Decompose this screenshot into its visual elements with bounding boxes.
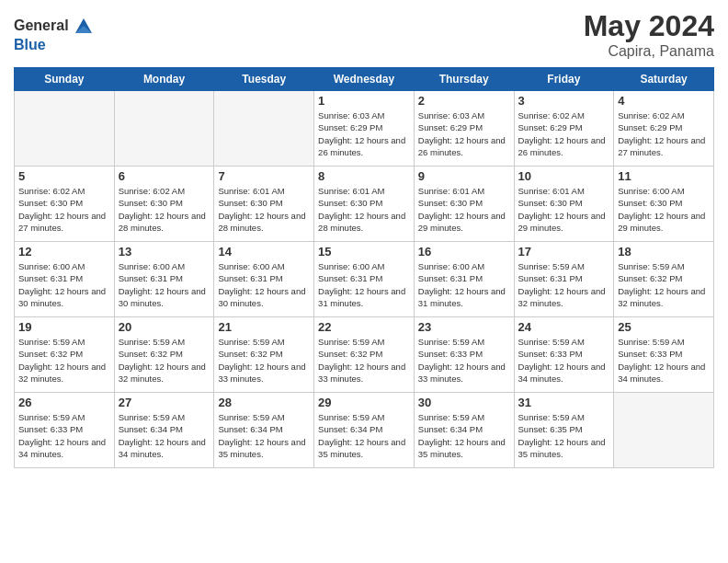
day-info: Sunrise: 6:01 AMSunset: 6:30 PMDaylight:… [518,185,610,234]
day-info: Sunrise: 5:59 AMSunset: 6:35 PMDaylight:… [518,411,610,460]
calendar-header-thursday: Thursday [414,68,514,91]
calendar-header-sunday: Sunday [15,68,115,91]
month-year: May 2024 [584,9,714,43]
day-info: Sunrise: 5:59 AMSunset: 6:33 PMDaylight:… [518,336,610,385]
calendar-cell: 8Sunrise: 6:01 AMSunset: 6:30 PMDaylight… [314,167,415,242]
day-number: 12 [18,245,110,259]
calendar-header-row: SundayMondayTuesdayWednesdayThursdayFrid… [15,68,714,91]
header: General Blue May 2024 Capira, Panama [14,9,714,60]
day-number: 8 [318,169,410,183]
calendar-cell: 1Sunrise: 6:03 AMSunset: 6:29 PMDaylight… [314,91,415,167]
day-info: Sunrise: 6:03 AMSunset: 6:29 PMDaylight:… [418,109,510,158]
calendar-cell: 21Sunrise: 5:59 AMSunset: 6:32 PMDayligh… [214,317,314,393]
calendar-cell: 15Sunrise: 6:00 AMSunset: 6:31 PMDayligh… [314,242,415,317]
day-info: Sunrise: 6:02 AMSunset: 6:30 PMDaylight:… [119,185,210,234]
calendar-cell: 26Sunrise: 5:59 AMSunset: 6:33 PMDayligh… [15,393,115,468]
day-number: 2 [418,94,510,108]
day-number: 4 [618,94,710,108]
calendar-cell: 19Sunrise: 5:59 AMSunset: 6:32 PMDayligh… [15,317,115,393]
calendar-cell: 29Sunrise: 5:59 AMSunset: 6:34 PMDayligh… [314,393,415,468]
day-info: Sunrise: 6:00 AMSunset: 6:31 PMDaylight:… [119,260,210,309]
day-number: 23 [418,320,510,334]
day-number: 19 [18,320,110,334]
logo-icon [74,17,94,37]
calendar-cell: 7Sunrise: 6:01 AMSunset: 6:30 PMDaylight… [214,167,314,242]
calendar-cell: 6Sunrise: 6:02 AMSunset: 6:30 PMDaylight… [114,167,214,242]
day-number: 25 [618,320,710,334]
day-info: Sunrise: 6:00 AMSunset: 6:31 PMDaylight:… [18,260,110,309]
calendar-cell: 5Sunrise: 6:02 AMSunset: 6:30 PMDaylight… [15,167,115,242]
calendar-header-wednesday: Wednesday [314,68,415,91]
calendar-cell: 24Sunrise: 5:59 AMSunset: 6:33 PMDayligh… [514,317,614,393]
calendar-cell: 4Sunrise: 6:02 AMSunset: 6:29 PMDaylight… [614,91,714,167]
calendar-cell: 2Sunrise: 6:03 AMSunset: 6:29 PMDaylight… [414,91,514,167]
calendar-cell: 31Sunrise: 5:59 AMSunset: 6:35 PMDayligh… [514,393,614,468]
calendar-week-1: 5Sunrise: 6:02 AMSunset: 6:30 PMDaylight… [15,167,714,242]
day-number: 30 [418,396,510,409]
day-info: Sunrise: 6:01 AMSunset: 6:30 PMDaylight:… [218,185,310,234]
day-info: Sunrise: 6:00 AMSunset: 6:31 PMDaylight:… [218,260,310,309]
calendar-week-4: 26Sunrise: 5:59 AMSunset: 6:33 PMDayligh… [15,393,714,468]
calendar-cell: 27Sunrise: 5:59 AMSunset: 6:34 PMDayligh… [114,393,214,468]
day-number: 26 [18,396,110,409]
calendar-cell: 16Sunrise: 6:00 AMSunset: 6:31 PMDayligh… [414,242,514,317]
calendar-cell: 9Sunrise: 6:01 AMSunset: 6:30 PMDaylight… [414,167,514,242]
day-number: 29 [318,396,410,409]
calendar-cell: 3Sunrise: 6:02 AMSunset: 6:29 PMDaylight… [514,91,614,167]
day-number: 9 [418,169,510,183]
day-number: 31 [518,396,610,409]
day-info: Sunrise: 6:01 AMSunset: 6:30 PMDaylight:… [418,185,510,234]
day-number: 11 [618,169,710,183]
calendar-cell: 12Sunrise: 6:00 AMSunset: 6:31 PMDayligh… [15,242,115,317]
day-number: 18 [618,245,710,259]
day-info: Sunrise: 5:59 AMSunset: 6:32 PMDaylight:… [318,336,410,385]
day-info: Sunrise: 6:00 AMSunset: 6:31 PMDaylight:… [318,260,410,309]
day-number: 16 [418,245,510,259]
day-info: Sunrise: 6:03 AMSunset: 6:29 PMDaylight:… [318,109,410,158]
calendar-week-3: 19Sunrise: 5:59 AMSunset: 6:32 PMDayligh… [15,317,714,393]
day-info: Sunrise: 5:59 AMSunset: 6:34 PMDaylight:… [418,411,510,460]
day-info: Sunrise: 5:59 AMSunset: 6:32 PMDaylight:… [18,336,110,385]
day-info: Sunrise: 6:02 AMSunset: 6:29 PMDaylight:… [518,109,610,158]
calendar-table: SundayMondayTuesdayWednesdayThursdayFrid… [14,67,714,468]
day-number: 13 [119,245,210,259]
calendar-week-2: 12Sunrise: 6:00 AMSunset: 6:31 PMDayligh… [15,242,714,317]
calendar-cell [214,91,314,167]
calendar-cell: 28Sunrise: 5:59 AMSunset: 6:34 PMDayligh… [214,393,314,468]
calendar-cell: 13Sunrise: 6:00 AMSunset: 6:31 PMDayligh… [114,242,214,317]
day-number: 5 [18,169,110,183]
calendar-header-monday: Monday [114,68,214,91]
day-info: Sunrise: 6:02 AMSunset: 6:29 PMDaylight:… [618,109,710,158]
location: Capira, Panama [584,43,714,60]
calendar-cell: 10Sunrise: 6:01 AMSunset: 6:30 PMDayligh… [514,167,614,242]
day-info: Sunrise: 6:01 AMSunset: 6:30 PMDaylight:… [318,185,410,234]
calendar-header-saturday: Saturday [614,68,714,91]
calendar-cell [114,91,214,167]
day-info: Sunrise: 5:59 AMSunset: 6:34 PMDaylight:… [218,411,310,460]
day-info: Sunrise: 5:59 AMSunset: 6:33 PMDaylight:… [618,336,710,385]
calendar-header-tuesday: Tuesday [214,68,314,91]
day-number: 21 [218,320,310,334]
calendar-cell: 14Sunrise: 6:00 AMSunset: 6:31 PMDayligh… [214,242,314,317]
day-number: 20 [119,320,210,334]
calendar-cell [15,91,115,167]
day-number: 6 [119,169,210,183]
logo-text: General Blue [14,17,94,53]
title-block: May 2024 Capira, Panama [584,9,714,60]
day-number: 7 [218,169,310,183]
day-info: Sunrise: 5:59 AMSunset: 6:31 PMDaylight:… [518,260,610,309]
day-info: Sunrise: 6:00 AMSunset: 6:30 PMDaylight:… [618,185,710,234]
calendar-cell: 23Sunrise: 5:59 AMSunset: 6:33 PMDayligh… [414,317,514,393]
day-info: Sunrise: 5:59 AMSunset: 6:32 PMDaylight:… [218,336,310,385]
calendar-cell [614,393,714,468]
day-info: Sunrise: 5:59 AMSunset: 6:33 PMDaylight:… [18,411,110,460]
calendar-cell: 22Sunrise: 5:59 AMSunset: 6:32 PMDayligh… [314,317,415,393]
calendar-cell: 18Sunrise: 5:59 AMSunset: 6:32 PMDayligh… [614,242,714,317]
calendar-cell: 11Sunrise: 6:00 AMSunset: 6:30 PMDayligh… [614,167,714,242]
day-info: Sunrise: 6:02 AMSunset: 6:30 PMDaylight:… [18,185,110,234]
day-info: Sunrise: 5:59 AMSunset: 6:32 PMDaylight:… [119,336,210,385]
day-number: 15 [318,245,410,259]
logo: General Blue [14,17,94,53]
calendar-week-0: 1Sunrise: 6:03 AMSunset: 6:29 PMDaylight… [15,91,714,167]
day-number: 24 [518,320,610,334]
